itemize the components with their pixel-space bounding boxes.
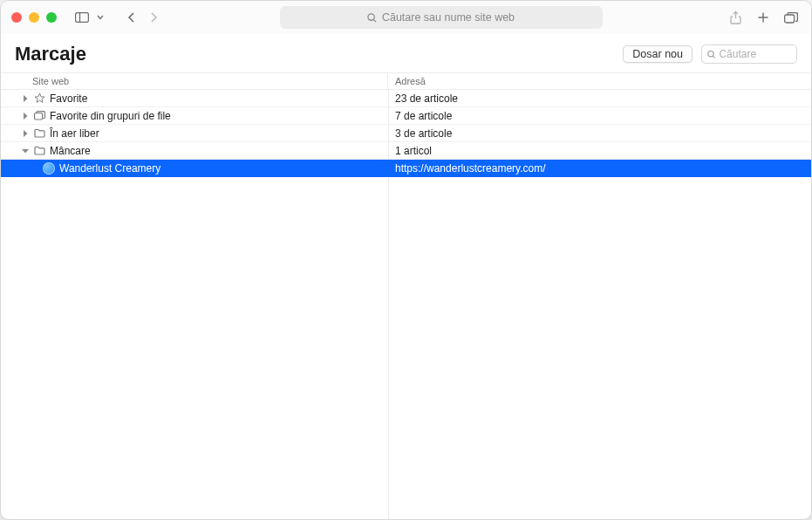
close-window-button[interactable] <box>11 12 22 23</box>
folder-icon <box>33 127 45 140</box>
folder-label: Mâncare <box>50 145 91 157</box>
folder-tabgroup-favorites[interactable]: Favorite din grupuri de file 7 de artico… <box>1 107 811 125</box>
new-folder-button[interactable]: Dosar nou <box>623 45 693 63</box>
svg-point-8 <box>708 51 713 56</box>
svg-point-2 <box>368 13 374 19</box>
tabgroup-icon <box>33 110 45 122</box>
minimize-window-button[interactable] <box>29 12 39 23</box>
chevron-right-icon[interactable] <box>22 95 29 102</box>
bookmark-wanderlust-creamery[interactable]: Wanderlust Creamery https://wanderlustcr… <box>1 160 811 177</box>
back-button[interactable] <box>121 8 140 27</box>
chevron-down-icon[interactable] <box>95 8 106 27</box>
new-tab-icon[interactable] <box>754 8 773 27</box>
svg-marker-15 <box>22 149 29 154</box>
folder-favorite[interactable]: Favorite 23 de articole <box>1 90 811 107</box>
bookmark-label: Wanderlust Creamery <box>59 162 160 174</box>
folder-label: Favorite din grupuri de file <box>50 110 171 122</box>
folder-icon <box>33 145 45 157</box>
bookmarks-search[interactable] <box>701 44 797 64</box>
svg-marker-10 <box>24 95 28 102</box>
svg-line-9 <box>713 56 714 58</box>
address-placeholder: Căutare sau nume site web <box>382 11 515 24</box>
bookmark-url: https://wanderlustcreamery.com/ <box>388 162 811 174</box>
zoom-window-button[interactable] <box>46 12 57 23</box>
tab-overview-icon[interactable] <box>781 8 801 27</box>
bookmarks-search-input[interactable] <box>719 48 791 60</box>
folder-label: Favorite <box>50 92 87 105</box>
address-bar[interactable]: Căutare sau nume site web <box>280 6 603 29</box>
search-icon <box>707 50 715 59</box>
titlebar: Căutare sau nume site web <box>1 1 811 34</box>
svg-marker-12 <box>24 113 28 120</box>
favicon-icon <box>43 162 55 174</box>
chevron-right-icon[interactable] <box>22 113 29 120</box>
search-icon <box>367 13 377 23</box>
browser-window: Căutare sau nume site web <box>0 0 812 520</box>
page-header: Marcaje Dosar nou <box>1 34 811 72</box>
forward-button[interactable] <box>144 8 163 27</box>
folder-detail: 1 articol <box>388 145 811 157</box>
folder-label: În aer liber <box>50 127 99 140</box>
svg-rect-7 <box>785 15 795 23</box>
window-controls <box>11 12 57 23</box>
folder-detail: 23 de articole <box>388 92 811 105</box>
folder-outdoors[interactable]: În aer liber 3 de articole <box>1 125 811 142</box>
chevron-right-icon[interactable] <box>22 130 29 137</box>
column-address[interactable]: Adresă <box>388 73 811 89</box>
svg-line-3 <box>373 19 376 22</box>
chevron-down-icon[interactable] <box>22 148 29 154</box>
folder-detail: 7 de articole <box>388 110 811 122</box>
folder-detail: 3 de articole <box>388 127 811 140</box>
column-site[interactable]: Site web <box>1 73 388 89</box>
sidebar-toggle-icon[interactable] <box>72 8 92 27</box>
svg-rect-0 <box>76 13 89 23</box>
bookmarks-tree: Favorite 23 de articole Favorite din gru… <box>1 90 811 519</box>
svg-marker-11 <box>35 93 44 102</box>
star-icon <box>33 92 45 105</box>
svg-marker-14 <box>24 130 28 137</box>
folder-food[interactable]: Mâncare 1 articol <box>1 142 811 160</box>
column-headers: Site web Adresă <box>1 72 811 90</box>
share-icon[interactable] <box>726 8 745 27</box>
svg-rect-13 <box>34 113 42 120</box>
page-title: Marcaje <box>15 43 614 65</box>
